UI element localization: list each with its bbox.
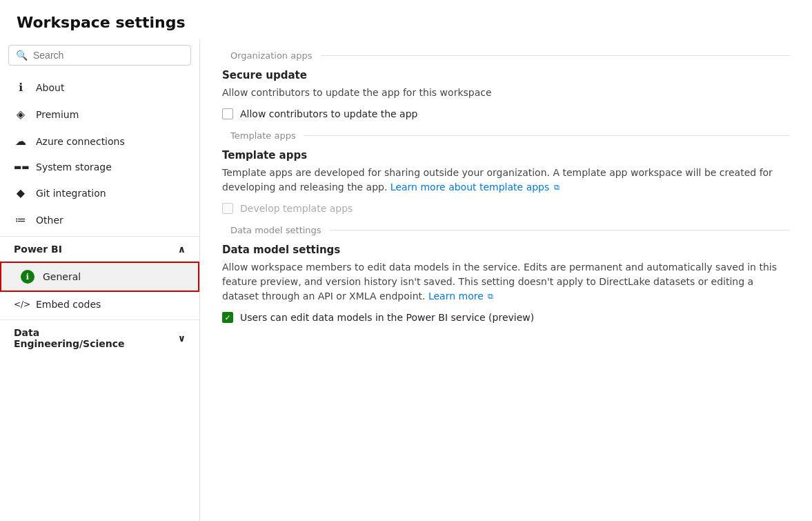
- edit-data-models-row[interactable]: Users can edit data models in the Power …: [222, 312, 790, 323]
- develop-template-apps-row: Develop template apps: [222, 203, 790, 214]
- sidebar-item-premium-label: Premium: [36, 109, 79, 120]
- data-eng-section-header[interactable]: Data Engineering/Science ∨: [0, 320, 199, 356]
- sidebar-item-embed-codes-label: Embed codes: [36, 299, 101, 310]
- git-icon: ◆: [14, 186, 28, 199]
- power-bi-section-header[interactable]: Power BI ∧: [0, 236, 199, 262]
- power-bi-chevron-icon: ∧: [178, 244, 186, 255]
- data-model-divider: Data model settings: [222, 225, 790, 235]
- template-apps-divider: Template apps: [222, 130, 790, 141]
- sidebar-item-premium[interactable]: ◈ Premium: [0, 101, 199, 128]
- other-icon: ≔: [14, 213, 28, 226]
- template-apps-title: Template apps: [222, 149, 790, 161]
- sidebar-item-general-label: General: [43, 271, 81, 282]
- secure-update-subtitle: Allow contributors to update the app for…: [222, 86, 790, 100]
- system-storage-icon: ▬▬: [14, 162, 28, 172]
- sidebar-item-about-label: About: [36, 82, 64, 93]
- search-icon: 🔍: [16, 50, 28, 61]
- power-bi-label: Power BI: [14, 244, 62, 255]
- sidebar-item-general[interactable]: ℹ General: [0, 262, 199, 292]
- edit-data-models-checkbox[interactable]: [222, 312, 233, 323]
- sidebar-item-azure-label: Azure connections: [36, 136, 125, 147]
- secure-update-section: Secure update Allow contributors to upda…: [222, 69, 790, 119]
- data-model-desc: Allow workspace members to edit data mod…: [222, 260, 790, 304]
- template-apps-link[interactable]: Learn more about template apps ⧉: [390, 181, 560, 193]
- sidebar-item-system-storage[interactable]: ▬▬ System storage: [0, 155, 199, 179]
- sidebar-item-git[interactable]: ◆ Git integration: [0, 179, 199, 206]
- template-apps-section: Template apps Template apps are develope…: [222, 149, 790, 214]
- allow-contributors-row[interactable]: Allow contributors to update the app: [222, 108, 790, 119]
- sidebar-item-embed-codes[interactable]: </> Embed codes: [0, 292, 199, 317]
- sidebar: 🔍 ℹ About ◈ Premium ☁ Azure connections …: [0, 39, 200, 521]
- develop-template-apps-label: Develop template apps: [240, 203, 353, 214]
- external-link-icon: ⧉: [554, 183, 560, 192]
- general-icon: ℹ: [21, 270, 34, 284]
- secure-update-title: Secure update: [222, 69, 790, 81]
- external-link-icon-2: ⧉: [488, 292, 493, 301]
- page-title: Workspace settings: [0, 0, 812, 39]
- develop-template-apps-checkbox[interactable]: [222, 203, 233, 214]
- main-content: Organization apps Secure update Allow co…: [200, 39, 812, 521]
- allow-contributors-checkbox[interactable]: [222, 108, 233, 119]
- org-apps-divider: Organization apps: [222, 50, 790, 61]
- search-box[interactable]: 🔍: [8, 45, 191, 66]
- about-icon: ℹ: [14, 81, 28, 94]
- sidebar-item-about[interactable]: ℹ About: [0, 74, 199, 101]
- data-eng-chevron-icon: ∨: [178, 333, 186, 344]
- edit-data-models-label: Users can edit data models in the Power …: [240, 312, 534, 323]
- embed-codes-icon: </>: [14, 299, 28, 309]
- sidebar-item-other-label: Other: [36, 215, 63, 226]
- data-model-link[interactable]: Learn more ⧉: [428, 291, 493, 302]
- sidebar-item-git-label: Git integration: [36, 188, 106, 199]
- data-model-title: Data model settings: [222, 244, 790, 256]
- search-input[interactable]: [33, 50, 184, 61]
- template-apps-desc: Template apps are developed for sharing …: [222, 166, 790, 195]
- premium-icon: ◈: [14, 108, 28, 121]
- sidebar-item-azure[interactable]: ☁ Azure connections: [0, 128, 199, 155]
- azure-icon: ☁: [14, 135, 28, 148]
- sidebar-item-other[interactable]: ≔ Other: [0, 206, 199, 233]
- allow-contributors-label: Allow contributors to update the app: [240, 108, 417, 119]
- data-eng-label: Data Engineering/Science: [14, 327, 125, 349]
- sidebar-item-system-storage-label: System storage: [36, 161, 112, 173]
- data-model-section: Data model settings Allow workspace memb…: [222, 244, 790, 323]
